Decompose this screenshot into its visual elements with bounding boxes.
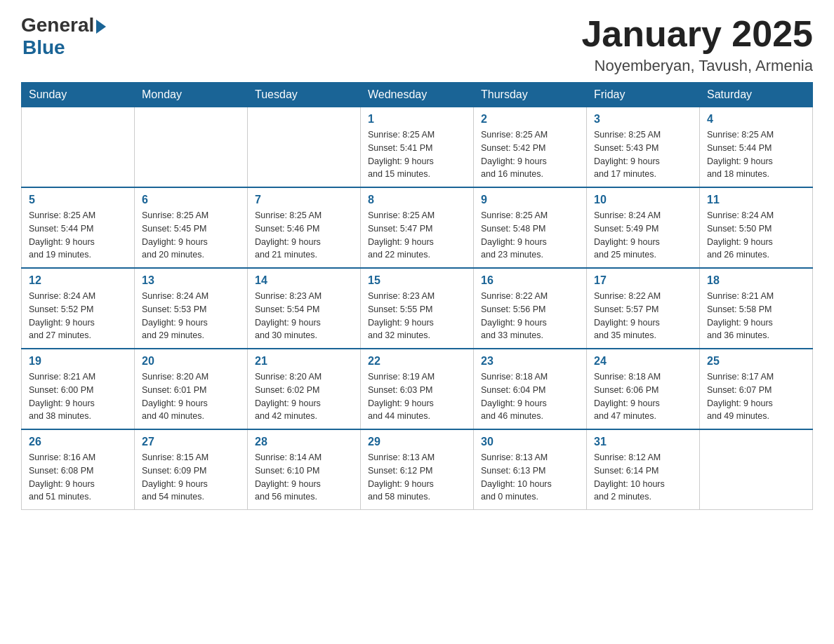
day-info: Sunrise: 8:24 AM Sunset: 5:50 PM Dayligh…: [707, 209, 805, 262]
day-info: Sunrise: 8:25 AM Sunset: 5:48 PM Dayligh…: [481, 209, 579, 262]
title-block: January 2025 Noyemberyan, Tavush, Armeni…: [581, 14, 813, 75]
page-header: General Blue January 2025 Noyemberyan, T…: [21, 14, 813, 75]
calendar-cell: 15Sunrise: 8:23 AM Sunset: 5:55 PM Dayli…: [361, 268, 474, 349]
calendar-cell: 9Sunrise: 8:25 AM Sunset: 5:48 PM Daylig…: [474, 187, 587, 268]
day-info: Sunrise: 8:25 AM Sunset: 5:44 PM Dayligh…: [29, 209, 127, 262]
day-info: Sunrise: 8:23 AM Sunset: 5:54 PM Dayligh…: [255, 290, 353, 342]
calendar-cell: 2Sunrise: 8:25 AM Sunset: 5:42 PM Daylig…: [474, 107, 587, 188]
calendar-cell: 29Sunrise: 8:13 AM Sunset: 6:12 PM Dayli…: [361, 429, 474, 510]
column-header-saturday: Saturday: [700, 83, 813, 107]
day-number: 1: [368, 113, 466, 126]
day-number: 13: [142, 274, 240, 287]
day-number: 12: [29, 274, 127, 287]
calendar-cell: 28Sunrise: 8:14 AM Sunset: 6:10 PM Dayli…: [248, 429, 361, 510]
column-header-friday: Friday: [587, 83, 700, 107]
column-header-monday: Monday: [135, 83, 248, 107]
column-header-tuesday: Tuesday: [248, 83, 361, 107]
day-info: Sunrise: 8:15 AM Sunset: 6:09 PM Dayligh…: [142, 451, 240, 504]
calendar-cell: 11Sunrise: 8:24 AM Sunset: 5:50 PM Dayli…: [700, 187, 813, 268]
day-number: 31: [594, 436, 692, 448]
calendar-cell: 24Sunrise: 8:18 AM Sunset: 6:06 PM Dayli…: [587, 349, 700, 429]
calendar-cell: 5Sunrise: 8:25 AM Sunset: 5:44 PM Daylig…: [22, 187, 135, 268]
day-number: 25: [707, 355, 805, 368]
day-number: 24: [594, 355, 692, 368]
day-info: Sunrise: 8:24 AM Sunset: 5:52 PM Dayligh…: [29, 290, 127, 342]
day-number: 28: [255, 436, 353, 448]
day-number: 23: [481, 355, 579, 368]
calendar-week-row: 1Sunrise: 8:25 AM Sunset: 5:41 PM Daylig…: [22, 107, 813, 188]
calendar-cell: 13Sunrise: 8:24 AM Sunset: 5:53 PM Dayli…: [135, 268, 248, 349]
calendar-cell: 17Sunrise: 8:22 AM Sunset: 5:57 PM Dayli…: [587, 268, 700, 349]
calendar-cell: 12Sunrise: 8:24 AM Sunset: 5:52 PM Dayli…: [22, 268, 135, 349]
calendar-cell: 23Sunrise: 8:18 AM Sunset: 6:04 PM Dayli…: [474, 349, 587, 429]
day-info: Sunrise: 8:13 AM Sunset: 6:12 PM Dayligh…: [368, 451, 466, 504]
calendar-week-row: 12Sunrise: 8:24 AM Sunset: 5:52 PM Dayli…: [22, 268, 813, 349]
day-number: 11: [707, 194, 805, 206]
calendar-cell: 18Sunrise: 8:21 AM Sunset: 5:58 PM Dayli…: [700, 268, 813, 349]
calendar-header-row: SundayMondayTuesdayWednesdayThursdayFrid…: [22, 83, 813, 107]
day-info: Sunrise: 8:21 AM Sunset: 6:00 PM Dayligh…: [29, 370, 127, 423]
day-number: 18: [707, 274, 805, 287]
logo-general-text: General: [21, 14, 94, 36]
day-info: Sunrise: 8:22 AM Sunset: 5:56 PM Dayligh…: [481, 290, 579, 342]
logo-arrow-icon: [96, 20, 106, 34]
day-info: Sunrise: 8:17 AM Sunset: 6:07 PM Dayligh…: [707, 370, 805, 423]
month-year-title: January 2025: [581, 14, 813, 54]
calendar-cell: [248, 107, 361, 188]
day-info: Sunrise: 8:13 AM Sunset: 6:13 PM Dayligh…: [481, 451, 579, 504]
day-number: 29: [368, 436, 466, 448]
calendar-cell: 6Sunrise: 8:25 AM Sunset: 5:45 PM Daylig…: [135, 187, 248, 268]
day-number: 30: [481, 436, 579, 448]
location-title: Noyemberyan, Tavush, Armenia: [581, 57, 813, 75]
day-number: 22: [368, 355, 466, 368]
day-info: Sunrise: 8:25 AM Sunset: 5:43 PM Dayligh…: [594, 128, 692, 181]
calendar-cell: [135, 107, 248, 188]
calendar-week-row: 26Sunrise: 8:16 AM Sunset: 6:08 PM Dayli…: [22, 429, 813, 510]
day-info: Sunrise: 8:19 AM Sunset: 6:03 PM Dayligh…: [368, 370, 466, 423]
day-info: Sunrise: 8:25 AM Sunset: 5:46 PM Dayligh…: [255, 209, 353, 262]
day-number: 26: [29, 436, 127, 448]
calendar-cell: 4Sunrise: 8:25 AM Sunset: 5:44 PM Daylig…: [700, 107, 813, 188]
calendar-cell: 3Sunrise: 8:25 AM Sunset: 5:43 PM Daylig…: [587, 107, 700, 188]
day-number: 15: [368, 274, 466, 287]
logo-blue-text: Blue: [22, 36, 65, 59]
calendar-cell: 20Sunrise: 8:20 AM Sunset: 6:01 PM Dayli…: [135, 349, 248, 429]
day-info: Sunrise: 8:18 AM Sunset: 6:06 PM Dayligh…: [594, 370, 692, 423]
day-number: 9: [481, 194, 579, 206]
calendar-cell: 8Sunrise: 8:25 AM Sunset: 5:47 PM Daylig…: [361, 187, 474, 268]
day-number: 27: [142, 436, 240, 448]
day-number: 8: [368, 194, 466, 206]
day-number: 20: [142, 355, 240, 368]
day-number: 10: [594, 194, 692, 206]
day-info: Sunrise: 8:20 AM Sunset: 6:01 PM Dayligh…: [142, 370, 240, 423]
day-info: Sunrise: 8:25 AM Sunset: 5:44 PM Dayligh…: [707, 128, 805, 181]
calendar-cell: 19Sunrise: 8:21 AM Sunset: 6:00 PM Dayli…: [22, 349, 135, 429]
day-number: 19: [29, 355, 127, 368]
day-info: Sunrise: 8:16 AM Sunset: 6:08 PM Dayligh…: [29, 451, 127, 504]
day-number: 14: [255, 274, 353, 287]
calendar-cell: [22, 107, 135, 188]
day-number: 3: [594, 113, 692, 126]
day-info: Sunrise: 8:25 AM Sunset: 5:42 PM Dayligh…: [481, 128, 579, 181]
calendar-cell: 26Sunrise: 8:16 AM Sunset: 6:08 PM Dayli…: [22, 429, 135, 510]
calendar-cell: 27Sunrise: 8:15 AM Sunset: 6:09 PM Dayli…: [135, 429, 248, 510]
day-number: 17: [594, 274, 692, 287]
day-info: Sunrise: 8:25 AM Sunset: 5:47 PM Dayligh…: [368, 209, 466, 262]
calendar-cell: 21Sunrise: 8:20 AM Sunset: 6:02 PM Dayli…: [248, 349, 361, 429]
calendar-cell: 31Sunrise: 8:12 AM Sunset: 6:14 PM Dayli…: [587, 429, 700, 510]
calendar-cell: 25Sunrise: 8:17 AM Sunset: 6:07 PM Dayli…: [700, 349, 813, 429]
day-info: Sunrise: 8:20 AM Sunset: 6:02 PM Dayligh…: [255, 370, 353, 423]
calendar-cell: 7Sunrise: 8:25 AM Sunset: 5:46 PM Daylig…: [248, 187, 361, 268]
column-header-sunday: Sunday: [22, 83, 135, 107]
calendar-cell: 16Sunrise: 8:22 AM Sunset: 5:56 PM Dayli…: [474, 268, 587, 349]
day-info: Sunrise: 8:24 AM Sunset: 5:49 PM Dayligh…: [594, 209, 692, 262]
calendar-week-row: 19Sunrise: 8:21 AM Sunset: 6:00 PM Dayli…: [22, 349, 813, 429]
day-number: 7: [255, 194, 353, 206]
calendar-table: SundayMondayTuesdayWednesdayThursdayFrid…: [21, 82, 813, 510]
calendar-cell: 10Sunrise: 8:24 AM Sunset: 5:49 PM Dayli…: [587, 187, 700, 268]
day-info: Sunrise: 8:23 AM Sunset: 5:55 PM Dayligh…: [368, 290, 466, 342]
day-number: 21: [255, 355, 353, 368]
day-number: 6: [142, 194, 240, 206]
calendar-week-row: 5Sunrise: 8:25 AM Sunset: 5:44 PM Daylig…: [22, 187, 813, 268]
day-number: 2: [481, 113, 579, 126]
